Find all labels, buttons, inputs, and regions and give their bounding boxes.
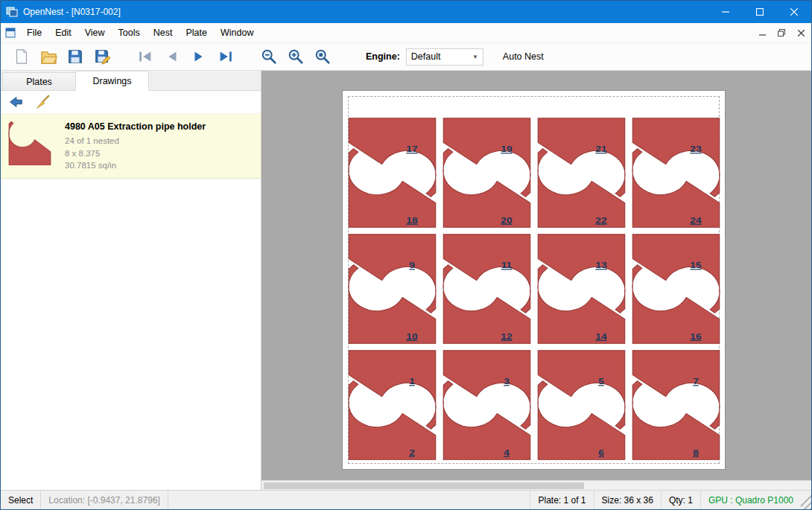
nested-part[interactable] bbox=[443, 235, 530, 313]
drawing-area: 30.7815 sq/in bbox=[65, 159, 206, 172]
drawings-list-empty-space bbox=[1, 179, 261, 490]
nested-part[interactable] bbox=[443, 149, 530, 227]
scrollbar-thumb[interactable] bbox=[264, 482, 584, 489]
part-number: 12 bbox=[501, 331, 512, 342]
nest-pair[interactable]: 34 bbox=[440, 349, 533, 461]
nested-part[interactable] bbox=[349, 381, 436, 459]
part-number: 18 bbox=[406, 215, 417, 226]
nest-pair[interactable]: 1112 bbox=[440, 233, 533, 345]
zoom-in-button[interactable] bbox=[282, 45, 309, 68]
menu-plate[interactable]: Plate bbox=[179, 25, 214, 41]
drawing-title: 4980 A05 Extraction pipe holder bbox=[65, 120, 206, 133]
nest-pair[interactable]: 1314 bbox=[535, 233, 628, 345]
minimize-button[interactable] bbox=[708, 1, 743, 23]
part-number: 13 bbox=[595, 260, 606, 270]
send-to-plate-button[interactable] bbox=[5, 92, 26, 112]
main-toolbar: Engine: Default ▼ Auto Nest bbox=[1, 43, 811, 71]
nested-part[interactable] bbox=[632, 149, 720, 227]
resize-grip[interactable] bbox=[801, 491, 811, 509]
nest-pair[interactable]: 2122 bbox=[535, 117, 628, 229]
nested-part[interactable] bbox=[632, 381, 720, 459]
part-number: 6 bbox=[598, 447, 604, 458]
nested-part[interactable] bbox=[443, 265, 530, 343]
nest-pair[interactable]: 910 bbox=[346, 233, 439, 345]
mdi-document-icon[interactable] bbox=[5, 28, 16, 38]
nested-part[interactable] bbox=[538, 118, 625, 197]
save-as-button[interactable] bbox=[89, 45, 115, 68]
menu-view[interactable]: View bbox=[78, 25, 112, 41]
part-number: 3 bbox=[504, 376, 510, 386]
nest-pair[interactable]: 12 bbox=[346, 349, 439, 461]
previous-arrow-icon bbox=[164, 48, 180, 65]
nest-pair[interactable]: 1718 bbox=[346, 117, 439, 229]
nested-part[interactable] bbox=[538, 265, 625, 343]
menu-tools[interactable]: Tools bbox=[112, 25, 147, 41]
nest-pair[interactable]: 78 bbox=[629, 349, 723, 461]
mdi-minimize-button[interactable] bbox=[753, 25, 771, 40]
status-plate-size: Size: 36 x 36 bbox=[594, 491, 661, 509]
status-bar: Select Location: [-0.9437, 21.8796] Plat… bbox=[1, 490, 811, 509]
nested-part[interactable] bbox=[443, 351, 530, 429]
menu-file[interactable]: File bbox=[20, 25, 48, 41]
mdi-restore-button[interactable] bbox=[773, 25, 790, 40]
menu-nest[interactable]: Nest bbox=[147, 25, 180, 41]
nest-pair[interactable]: 1920 bbox=[440, 117, 533, 229]
nested-part[interactable] bbox=[632, 351, 720, 429]
engine-select[interactable]: Default ▼ bbox=[406, 48, 483, 66]
canvas-horizontal-scrollbar[interactable] bbox=[261, 480, 811, 490]
open-button[interactable] bbox=[35, 45, 62, 68]
nested-part[interactable] bbox=[538, 381, 625, 459]
last-plate-button[interactable] bbox=[212, 45, 239, 68]
nested-part[interactable] bbox=[632, 235, 720, 313]
nest-pair[interactable]: 1516 bbox=[629, 233, 723, 345]
maximize-button[interactable] bbox=[743, 1, 777, 23]
nested-part[interactable] bbox=[443, 118, 530, 197]
part-number: 2 bbox=[409, 447, 415, 458]
menu-edit[interactable]: Edit bbox=[48, 25, 78, 41]
nested-part[interactable] bbox=[349, 265, 436, 343]
nest-pair[interactable]: 56 bbox=[535, 349, 628, 461]
status-location: Location: [-0.9437, 21.8796] bbox=[41, 491, 168, 509]
nested-part[interactable] bbox=[632, 265, 720, 343]
save-edit-icon bbox=[94, 48, 110, 65]
nested-part[interactable] bbox=[538, 351, 625, 429]
nested-part[interactable] bbox=[349, 149, 436, 227]
nested-part[interactable] bbox=[349, 351, 436, 429]
next-plate-button[interactable] bbox=[185, 45, 212, 68]
engine-label: Engine: bbox=[366, 51, 400, 62]
nested-part[interactable] bbox=[538, 235, 625, 313]
part-number: 21 bbox=[595, 144, 606, 154]
zoom-out-button[interactable] bbox=[256, 45, 282, 68]
clear-drawings-button[interactable] bbox=[32, 92, 53, 112]
previous-plate-button[interactable] bbox=[159, 45, 185, 68]
nested-part[interactable] bbox=[349, 235, 436, 313]
part-number: 15 bbox=[690, 260, 701, 270]
nest-canvas[interactable]: 171819202122232491011121314151612345678 bbox=[261, 71, 811, 490]
tab-drawings[interactable]: Drawings bbox=[75, 71, 149, 91]
nest-pair[interactable]: 2324 bbox=[629, 117, 723, 229]
zoom-fit-button[interactable] bbox=[309, 45, 336, 68]
part-number: 7 bbox=[693, 376, 699, 386]
nested-part[interactable] bbox=[538, 149, 625, 227]
tab-plates[interactable]: Plates bbox=[2, 72, 76, 90]
engine-selected-value: Default bbox=[411, 51, 472, 62]
last-arrow-icon bbox=[218, 48, 234, 65]
part-number: 5 bbox=[598, 376, 604, 386]
first-plate-button[interactable] bbox=[132, 45, 159, 68]
new-file-button[interactable] bbox=[8, 45, 35, 68]
auto-nest-button[interactable]: Auto Nest bbox=[503, 51, 544, 62]
nested-part[interactable] bbox=[349, 118, 436, 197]
mdi-close-button[interactable] bbox=[792, 25, 810, 40]
drawing-info: 4980 A05 Extraction pipe holder 24 of 1 … bbox=[65, 120, 206, 172]
blue-arrow-left-icon bbox=[7, 94, 24, 110]
part-number: 17 bbox=[406, 144, 417, 154]
nested-part[interactable] bbox=[443, 381, 530, 459]
menu-window[interactable]: Window bbox=[214, 25, 260, 41]
close-button[interactable] bbox=[777, 1, 811, 23]
part-number: 22 bbox=[595, 215, 606, 226]
save-button[interactable] bbox=[62, 45, 89, 68]
drawing-list-item[interactable]: 4980 A05 Extraction pipe holder 24 of 1 … bbox=[1, 114, 261, 179]
app-icon bbox=[6, 6, 18, 18]
part-number: 9 bbox=[409, 260, 415, 270]
nested-part[interactable] bbox=[632, 118, 720, 197]
